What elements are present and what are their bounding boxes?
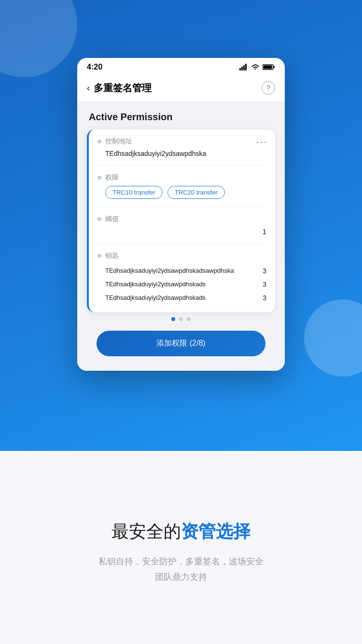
dot-2 <box>179 317 183 321</box>
control-address-label: 控制地址 <box>97 137 266 146</box>
signal-icon <box>239 64 248 70</box>
control-address-section: 控制地址 TEdhsadjksaduyiyi2ydsawpdhska <box>97 137 266 166</box>
section-dot-4 <box>97 254 101 258</box>
phone-mockup: 4:20 ‹ 多重签 <box>77 58 285 371</box>
dot-1 <box>171 317 175 321</box>
svg-rect-6 <box>264 66 272 69</box>
permission-title: Active Permission <box>87 112 275 123</box>
bottom-title: 最安全的资管选择 <box>111 519 251 544</box>
tags-container: TRC10 transfer TRC20 transfer <box>97 186 266 199</box>
section-dot-3 <box>97 217 101 221</box>
nav-bar: ‹ 多重签名管理 ? <box>77 75 285 102</box>
card-inner: ··· 控制地址 TEdhsadjksaduyiyi2ydsawpdhska 权… <box>89 129 275 312</box>
dot-3 <box>187 317 191 321</box>
status-time: 4:20 <box>87 63 102 71</box>
control-address-value: TEdhsadjksaduyiyi2ydsawpdhska <box>97 150 266 157</box>
svg-rect-1 <box>241 67 243 70</box>
permission-card: ··· 控制地址 TEdhsadjksaduyiyi2ydsawpdhska 权… <box>87 129 275 312</box>
status-icons <box>239 64 275 70</box>
threshold-label: 阈值 <box>97 215 266 224</box>
threshold-row: 1 <box>97 227 266 236</box>
status-bar: 4:20 <box>77 58 285 75</box>
key-weight-2: 3 <box>263 280 266 288</box>
add-permission-button[interactable]: 添加权限 (2/8) <box>97 331 265 356</box>
key-address-1: TEdhsadjksaduyiyi2ydsawpdhskadsawpdhska <box>97 267 258 274</box>
key-address-3: TEdhsadjksaduyiyi2ydsawpdhskads <box>97 294 258 301</box>
key-weight-3: 3 <box>263 294 266 302</box>
more-menu-button[interactable]: ··· <box>256 136 267 147</box>
threshold-value: 1 <box>263 227 266 236</box>
wifi-icon <box>251 64 260 70</box>
section-dot-2 <box>97 176 101 180</box>
nav-left: ‹ 多重签名管理 <box>87 82 152 95</box>
key-item-3: TEdhsadjksaduyiyi2ydsawpdhskads 3 <box>97 291 266 305</box>
key-address-2: TEdhsadjksaduyiyi2ydsawpdhskads <box>97 280 258 288</box>
svg-rect-2 <box>243 65 245 70</box>
permissions-label: 权限 <box>97 173 266 182</box>
nav-title: 多重签名管理 <box>94 82 152 95</box>
key-item-2: TEdhsadjksaduyiyi2ydsawpdhskads 3 <box>97 278 266 291</box>
key-weight-1: 3 <box>263 267 266 275</box>
dot-indicators <box>87 312 275 326</box>
main-content: Active Permission ··· 控制地址 TEdhsadjksadu… <box>77 102 285 371</box>
svg-rect-3 <box>245 64 247 70</box>
bottom-title-highlight: 资管选择 <box>181 521 251 541</box>
help-button[interactable]: ? <box>262 81 275 95</box>
battery-icon <box>263 64 275 70</box>
keys-section: 钥匙 TEdhsadjksaduyiyi2ydsawpdhskadsawpdhs… <box>97 252 266 305</box>
section-dot <box>97 140 101 143</box>
permissions-section: 权限 TRC10 transfer TRC20 transfer <box>97 173 266 207</box>
back-button[interactable]: ‹ <box>87 83 90 93</box>
keys-label: 钥匙 <box>97 252 266 260</box>
bottom-description: 私钥自持，安全防护，多重签名，波场安全团队鼎力支持 <box>98 554 264 585</box>
tag-trc20[interactable]: TRC20 transfer <box>167 186 225 199</box>
threshold-section: 阈值 1 <box>97 215 266 244</box>
key-item-1: TEdhsadjksaduyiyi2ydsawpdhskadsawpdhska … <box>97 264 266 278</box>
tag-trc10[interactable]: TRC10 transfer <box>105 186 163 199</box>
svg-rect-0 <box>239 68 241 70</box>
bottom-title-prefix: 最安全的 <box>111 521 181 541</box>
svg-rect-5 <box>274 66 275 68</box>
bottom-section: 最安全的资管选择 私钥自持，安全防护，多重签名，波场安全团队鼎力支持 <box>0 461 362 644</box>
